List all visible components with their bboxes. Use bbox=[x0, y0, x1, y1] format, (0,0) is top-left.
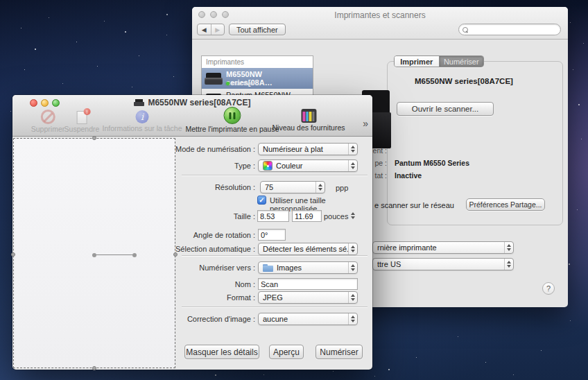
popup-stepper-icon bbox=[504, 259, 513, 270]
rotation-label: Angle de rotation : bbox=[193, 231, 255, 239]
resolution-popup[interactable]: 75 bbox=[260, 181, 325, 193]
default-printer-value-fragment: rnière imprimante bbox=[377, 243, 504, 252]
scan-button[interactable]: Numériser bbox=[315, 345, 363, 359]
type-value: Couleur bbox=[276, 162, 348, 170]
popup-stepper-icon bbox=[348, 243, 357, 254]
popup-stepper-icon bbox=[348, 292, 357, 303]
auto-select-value: Détecter les éléments sé... bbox=[263, 245, 348, 253]
name-field[interactable] bbox=[258, 278, 358, 290]
mode-label: Mode de numérisation : bbox=[175, 145, 255, 153]
auto-select-popup[interactable]: Détecter les éléments sé... bbox=[258, 243, 358, 255]
hold-badge-icon: ! bbox=[83, 108, 90, 115]
scan-preview-area[interactable] bbox=[13, 138, 175, 368]
state-value: Inactive bbox=[395, 171, 422, 180]
nav-back-forward[interactable]: ◀ ▶ bbox=[197, 24, 225, 35]
default-printer-popup[interactable]: rnière imprimante bbox=[372, 241, 514, 254]
size-unit-stepper-icon[interactable] bbox=[351, 212, 355, 219]
print-scan-tabs: Imprimer Numériser bbox=[394, 55, 484, 67]
scanner-titlebar: M6550NW series[08A7CE] Supprimer ! Suspe… bbox=[12, 95, 372, 137]
color-mode-icon bbox=[263, 161, 273, 171]
preview-button[interactable]: Aperçu bbox=[269, 345, 304, 359]
show-all-button[interactable]: Tout afficher bbox=[229, 24, 286, 35]
info-icon: i bbox=[135, 110, 148, 123]
mode-value: Numériseur à plat bbox=[263, 145, 348, 153]
printer-status-text: Inactive bbox=[232, 80, 253, 87]
custom-size-checkbox[interactable]: ✓ bbox=[257, 196, 266, 205]
back-icon[interactable]: ◀ bbox=[198, 24, 211, 35]
printer-status: Inactive bbox=[226, 80, 253, 87]
printer-icon bbox=[134, 99, 144, 106]
tab-numeriser[interactable]: Numériser bbox=[440, 56, 484, 67]
rotation-field[interactable] bbox=[258, 229, 286, 241]
scan-to-label: Numériser vers : bbox=[199, 264, 255, 272]
ink-supplies-icon bbox=[301, 109, 316, 123]
toolbar-pause-printer[interactable]: Mettre l'imprimante en pause bbox=[185, 107, 279, 133]
mode-popup[interactable]: Numériseur à plat bbox=[258, 143, 358, 155]
popup-stepper-icon bbox=[348, 160, 357, 171]
auto-select-label: Sélection automatique : bbox=[175, 245, 255, 253]
open-scanner-button[interactable]: Ouvrir le scanner... bbox=[397, 102, 494, 116]
default-paper-popup[interactable]: ttre US bbox=[372, 258, 514, 270]
printer-row-selected[interactable]: M6550NW series[08A… Inactive bbox=[202, 68, 313, 89]
toolbar-hold: ! Suspendre bbox=[64, 110, 100, 133]
format-label: Format : bbox=[227, 293, 255, 302]
search-input[interactable] bbox=[462, 26, 568, 34]
star-field-bright bbox=[0, 0, 1, 1]
job-info-label: Informations sur la tâche bbox=[103, 124, 182, 132]
scanner-window-title: M6550NW series[08A7CE] bbox=[12, 98, 372, 107]
prefs-window-title: Imprimantes et scanners bbox=[192, 10, 568, 20]
size-width-field[interactable] bbox=[257, 210, 289, 222]
divider bbox=[182, 306, 368, 307]
hold-label: Suspendre bbox=[64, 125, 100, 133]
toolbar-supply-levels[interactable]: Niveau des fournitures bbox=[272, 109, 345, 132]
format-popup[interactable]: JPEG bbox=[258, 291, 358, 304]
supplies-label: Niveau des fournitures bbox=[272, 123, 345, 132]
folder-icon bbox=[263, 264, 273, 272]
printer-icon bbox=[205, 73, 223, 85]
correction-value: aucune bbox=[263, 315, 348, 323]
resolution-label: Résolution : bbox=[215, 183, 255, 191]
detail-printer-name: M6550NW series[08A7CE] bbox=[415, 77, 513, 85]
tab-imprimer[interactable]: Imprimer bbox=[395, 56, 440, 67]
pause-icon bbox=[223, 107, 241, 124]
type-label: Type : bbox=[234, 162, 255, 170]
delete-label: Supprimer bbox=[31, 125, 64, 133]
size-height-field[interactable] bbox=[292, 210, 322, 222]
selection-handle-top[interactable] bbox=[92, 136, 96, 140]
popup-stepper-icon bbox=[315, 182, 325, 193]
pause-label: Mettre l'imprimante en pause bbox=[185, 125, 279, 133]
prefs-titlebar: Imprimantes et scanners ◀ ▶ Tout affiche… bbox=[192, 7, 568, 40]
status-dot-icon bbox=[226, 82, 230, 85]
hold-job-icon: ! bbox=[76, 111, 87, 124]
search-field[interactable] bbox=[458, 24, 561, 35]
popup-stepper-icon bbox=[348, 144, 357, 155]
size-unit: pouces bbox=[324, 212, 348, 221]
forward-icon[interactable]: ▶ bbox=[211, 24, 225, 35]
correction-popup[interactable]: aucune bbox=[258, 313, 358, 325]
resolution-unit: ppp bbox=[336, 184, 348, 192]
share-scanner-label-fragment: e scanner sur le réseau bbox=[374, 201, 454, 209]
sharing-preferences-button[interactable]: Préférences Partage... bbox=[466, 198, 545, 211]
scan-to-value: Images bbox=[277, 264, 348, 272]
correction-label: Correction d'image : bbox=[187, 315, 255, 323]
format-value: JPEG bbox=[263, 293, 348, 302]
toolbar-delete: Supprimer bbox=[31, 110, 64, 133]
resolution-value: 75 bbox=[265, 183, 315, 191]
name-label: Nom : bbox=[235, 280, 255, 288]
help-button[interactable]: ? bbox=[542, 282, 555, 295]
divider bbox=[182, 175, 368, 175]
type-popup[interactable]: Couleur bbox=[258, 159, 358, 172]
scan-to-popup[interactable]: Images bbox=[258, 261, 358, 274]
toolbar-overflow-icon[interactable]: » bbox=[363, 118, 368, 129]
selection-segment[interactable] bbox=[94, 254, 135, 255]
type-value: Pantum M6550 Series bbox=[395, 159, 469, 167]
scanner-dialog-window: M6550NW series[08A7CE] Supprimer ! Suspe… bbox=[12, 95, 372, 370]
hide-details-button[interactable]: Masquer les détails bbox=[184, 345, 259, 359]
size-label: Taille : bbox=[234, 212, 255, 221]
selection-handle-bottom[interactable] bbox=[92, 366, 96, 370]
popup-stepper-icon bbox=[348, 262, 357, 273]
printers-list-header: Imprimantes bbox=[202, 56, 313, 68]
default-paper-value-fragment: ttre US bbox=[377, 260, 504, 268]
selection-handle-left[interactable] bbox=[11, 252, 15, 257]
popup-stepper-icon bbox=[348, 313, 357, 325]
